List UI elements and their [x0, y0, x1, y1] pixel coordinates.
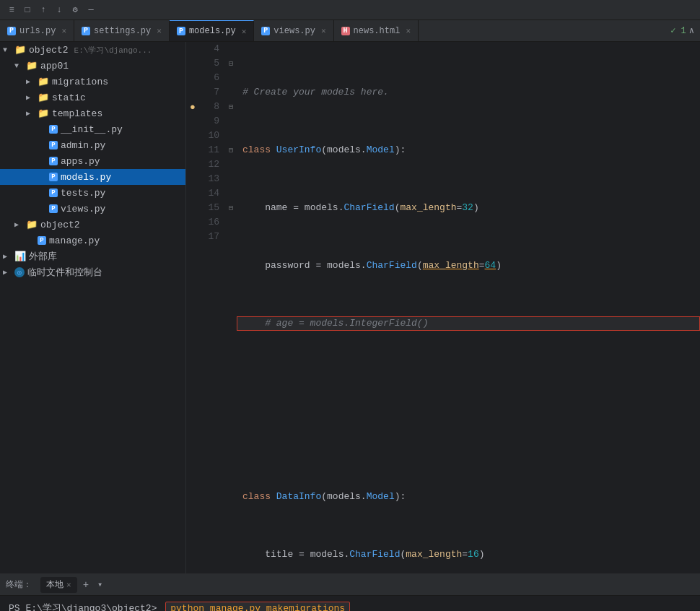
fg-8-breakpoint[interactable]: ⊟ [225, 100, 237, 114]
sidebar-label: static [52, 92, 86, 103]
lg-17 [186, 230, 199, 244]
terminal-tab-close[interactable]: ✕ [66, 580, 71, 589]
sidebar-item-admin[interactable]: P admin.py [0, 137, 185, 153]
settings-icon[interactable]: ⚙ [69, 4, 81, 16]
fg-16 [225, 215, 237, 230]
sidebar-item-init[interactable]: P __init__.py [0, 121, 185, 137]
tab-models[interactable]: P models.py ✕ [170, 20, 254, 42]
code-token: ( [400, 547, 406, 562]
code-token: DataInfo [276, 490, 321, 504]
expand-arrow: ▶ [14, 220, 23, 229]
code-token: CharField [349, 547, 400, 562]
sidebar-item-object2-root[interactable]: ▼ 📁 object2 E:\学习\django... [0, 42, 185, 58]
sidebar-item-models[interactable]: P models.py [0, 169, 185, 185]
tab-urls[interactable]: P urls.py ✕ [0, 20, 74, 42]
sidebar-item-manage[interactable]: P manage.py [0, 233, 185, 248]
ln-9: 9 [205, 114, 219, 129]
sidebar-item-app01[interactable]: ▼ 📁 app01 [0, 58, 185, 74]
code-token: ) [473, 201, 479, 215]
ln-14: 14 [205, 186, 219, 201]
ln-8: 8 [205, 100, 219, 114]
code-token: models [327, 259, 361, 273]
sidebar-label: object2 [40, 220, 80, 230]
sidebar-label: 外部库 [29, 250, 57, 263]
down-icon[interactable]: ↓ [53, 4, 65, 16]
sidebar-item-views[interactable]: P views.py [0, 201, 185, 217]
sidebar-label: manage.py [49, 235, 100, 246]
py-file-icon: P [49, 188, 58, 197]
expand-arrow: ▶ [26, 93, 35, 102]
terminal-add-button[interactable]: + [80, 579, 92, 591]
expand-icon[interactable]: ∧ [689, 25, 694, 36]
code-editor[interactable]: ● 4 5 6 7 8 9 10 11 12 [186, 42, 700, 573]
sidebar-item-static[interactable]: ▶ 📁 static [0, 90, 185, 105]
ln-13: 13 [205, 172, 219, 186]
fg-10 [225, 129, 237, 143]
tab-news[interactable]: H news.html ✕ [334, 20, 419, 42]
code-token: class [242, 490, 276, 504]
code-token: name [242, 201, 293, 215]
ln-10: 10 [205, 129, 219, 143]
code-token: ( [321, 490, 327, 504]
tab-models-close[interactable]: ✕ [242, 27, 247, 36]
code-token: ): [395, 143, 406, 157]
fg-5[interactable]: ⊟ [225, 56, 237, 71]
terminal-tab-name: 本地 [46, 578, 64, 591]
fg-12 [225, 157, 237, 172]
code-line-10 [237, 432, 700, 446]
code-token: CharField [344, 201, 394, 215]
code-token: models [327, 490, 361, 504]
terminal-tab-local[interactable]: 本地 ✕ [40, 577, 77, 593]
sidebar-label: app01 [40, 61, 69, 72]
py-icon: P [82, 27, 90, 35]
sidebar-label: migrations [52, 77, 108, 87]
terminal-content[interactable]: PS E:\学习\django3\object2> python manage.… [0, 596, 700, 611]
sidebar-item-tests[interactable]: P tests.py [0, 185, 185, 201]
sidebar-item-migrations[interactable]: ▶ 📁 migrations [0, 74, 185, 90]
lg-12 [186, 157, 199, 172]
expand-arrow: ▼ [3, 46, 12, 54]
fg-15[interactable]: ⊟ [225, 201, 237, 215]
folder-icon: 📁 [26, 60, 38, 72]
code-token: = [315, 259, 327, 273]
code-token: 16 [468, 547, 479, 562]
sidebar-item-object2-inner[interactable]: ▶ 📁 object2 [0, 217, 185, 233]
code-token: password [242, 259, 315, 273]
project-path: E:\学习\django... [74, 45, 152, 56]
code-token: models [327, 143, 361, 157]
sidebar-item-templates[interactable]: ▶ 📁 templates [0, 105, 185, 121]
py-icon: P [7, 27, 16, 35]
tab-urls-close[interactable]: ✕ [61, 26, 66, 35]
tab-views[interactable]: P views.py ✕ [254, 20, 333, 42]
tab-views-close[interactable]: ✕ [321, 26, 326, 35]
code-area: ● 4 5 6 7 8 9 10 11 12 [186, 42, 700, 573]
folder-icon: 📁 [14, 44, 26, 56]
menu-icon[interactable]: ≡ [6, 4, 17, 16]
sidebar-item-apps[interactable]: P apps.py [0, 153, 185, 169]
tab-news-close[interactable]: ✕ [406, 26, 411, 35]
lg-10 [186, 129, 199, 143]
fg-11[interactable]: ⊟ [225, 143, 237, 157]
sidebar-item-scratch[interactable]: ▶ ⊙ 临时文件和控制台 [0, 264, 185, 280]
code-token: . [344, 547, 349, 562]
sidebar-item-external-libs[interactable]: ▶ 📊 外部库 [0, 248, 185, 264]
code-token: = [299, 547, 310, 562]
code-token: title [242, 547, 299, 562]
tab-urls-label: urls.py [19, 26, 56, 36]
lg-16 [186, 215, 199, 230]
code-token: UserInfo [276, 143, 321, 157]
expand-arrow: ▶ [26, 77, 35, 86]
code-line-7: password = models.CharField(max_length=6… [237, 259, 700, 273]
minimize-icon[interactable]: — [85, 4, 97, 16]
tab-settings-close[interactable]: ✕ [157, 26, 162, 35]
terminal-scroll-down[interactable]: ▾ [95, 579, 105, 590]
window-icon[interactable]: □ [22, 4, 33, 16]
code-token: = [293, 201, 305, 215]
checkmark-status: ✓ 1 ∧ [670, 25, 700, 36]
py-file-icon: P [49, 173, 58, 181]
lg-9 [186, 114, 199, 129]
tab-settings[interactable]: P settings.py ✕ [74, 20, 170, 42]
code-token: . [361, 490, 367, 504]
up-icon[interactable]: ↑ [38, 4, 49, 16]
lg-15 [186, 201, 199, 215]
